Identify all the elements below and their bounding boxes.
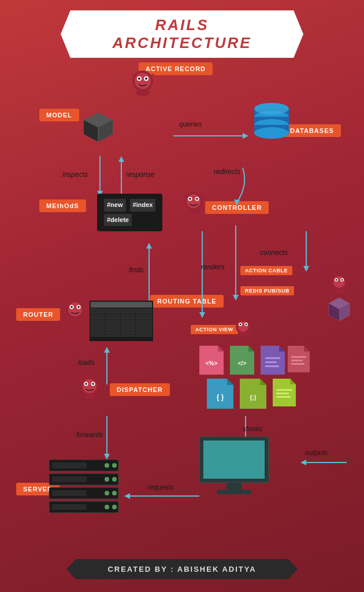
- svg-point-133: [92, 383, 94, 385]
- svg-point-36: [188, 209, 199, 214]
- svg-point-153: [105, 505, 109, 509]
- routing-table-grid: [90, 301, 153, 341]
- svg-text:<%>: <%>: [206, 360, 218, 367]
- forwards-annotation: forwards: [76, 431, 103, 439]
- svg-rect-117: [276, 389, 292, 391]
- svg-rect-69: [91, 332, 105, 336]
- shows-annotation: shows: [243, 425, 262, 433]
- scss-file-icon: {;}: [240, 379, 266, 409]
- svg-point-146: [112, 477, 117, 482]
- svg-rect-148: [52, 490, 87, 496]
- svg-rect-53: [91, 309, 105, 313]
- svg-point-131: [85, 383, 87, 385]
- svg-marker-25: [118, 156, 124, 162]
- svg-marker-136: [104, 347, 110, 353]
- svg-marker-108: [260, 379, 266, 385]
- svg-rect-57: [91, 314, 105, 319]
- inspects-arrow: [94, 156, 106, 197]
- config-file-icon: [261, 346, 285, 375]
- dispatcher-label: DISPATCHER: [110, 383, 170, 396]
- router-label: ROUTER: [16, 308, 60, 321]
- html-file-icon: </>: [230, 346, 254, 375]
- svg-marker-123: [300, 460, 306, 465]
- footer-text: CREATED BY : ABISHEK ADITYA: [95, 565, 269, 574]
- svg-marker-85: [199, 312, 205, 318]
- svg-point-91: [246, 324, 247, 325]
- outputs-annotation: outputs: [305, 449, 328, 457]
- svg-rect-58: [106, 314, 120, 319]
- svg-marker-116: [290, 379, 296, 384]
- svg-line-79: [65, 302, 68, 305]
- svg-point-78: [77, 306, 80, 308]
- svg-rect-152: [52, 504, 87, 510]
- requests-arrow: [124, 490, 199, 502]
- svg-rect-71: [121, 332, 135, 336]
- svg-rect-66: [106, 326, 120, 331]
- svg-point-129: [83, 379, 96, 393]
- svg-point-76: [70, 306, 73, 308]
- renders-annotation: renders: [201, 263, 225, 271]
- svg-marker-156: [124, 493, 130, 499]
- ruby-creature-router: [61, 298, 90, 327]
- svg-point-43: [336, 279, 337, 281]
- svg-rect-113: [291, 360, 303, 361]
- response-arrow: [116, 156, 127, 197]
- routing-table-label: ROUTING TABLE: [150, 295, 224, 308]
- server-icon: [46, 460, 121, 517]
- svg-point-74: [68, 302, 82, 316]
- svg-point-46: [334, 289, 344, 294]
- footer-banner: CREATED BY : ABISHEK ADITYA: [66, 559, 298, 579]
- svg-point-154: [112, 505, 117, 509]
- connects-annotation: connects: [260, 249, 288, 257]
- svg-text:{;}: {;}: [250, 394, 256, 401]
- svg-rect-65: [91, 326, 105, 331]
- svg-rect-114: [291, 363, 304, 365]
- action-cable-label: ACTION CABLE: [240, 266, 292, 275]
- svg-rect-70: [106, 332, 120, 336]
- svg-point-134: [84, 394, 95, 399]
- svg-rect-140: [52, 462, 87, 468]
- ruby-creature-active-record: [127, 68, 159, 100]
- svg-point-20: [254, 127, 289, 139]
- svg-rect-56: [136, 309, 152, 313]
- erb-file-icon: <%>: [199, 346, 224, 375]
- svg-rect-101: [265, 357, 280, 359]
- svg-rect-127: [217, 490, 251, 494]
- page-title: RAILS ARCHITECTURE: [90, 16, 274, 52]
- svg-marker-138: [104, 454, 110, 460]
- svg-rect-67: [121, 326, 135, 331]
- svg-point-1: [135, 73, 151, 89]
- svg-rect-118: [276, 393, 289, 394]
- svg-marker-83: [146, 243, 152, 249]
- svg-rect-59: [121, 314, 135, 319]
- svg-point-21: [254, 103, 289, 114]
- svg-rect-64: [136, 320, 152, 325]
- svg-rect-63: [121, 320, 135, 325]
- svg-rect-126: [226, 483, 242, 490]
- svg-point-8: [136, 89, 150, 96]
- queries-annotation: queries: [179, 120, 202, 128]
- svg-point-145: [105, 477, 109, 482]
- extra-file-icon: [288, 346, 310, 372]
- svg-rect-68: [136, 326, 152, 331]
- ruby-creature-action-view: [231, 317, 255, 341]
- svg-line-34: [183, 194, 186, 197]
- svg-point-142: [112, 463, 117, 468]
- methods-box: #new #index #delete: [97, 194, 162, 231]
- svg-marker-94: [218, 346, 224, 352]
- loads-arrow: [101, 347, 113, 384]
- svg-rect-119: [276, 396, 291, 398]
- controller-to-routing-arrow: [230, 225, 242, 301]
- svg-point-41: [333, 276, 345, 288]
- redis-pubsub-label: REDIS PUB/SUB: [240, 286, 294, 295]
- queries-arrow: [173, 130, 248, 142]
- svg-point-141: [105, 463, 109, 468]
- finds-annotation: finds: [129, 266, 143, 274]
- css-file-icon: { }: [207, 379, 233, 409]
- outputs-arrow: [300, 457, 347, 468]
- svg-marker-23: [243, 133, 248, 139]
- svg-marker-37: [234, 199, 240, 205]
- renders-arrow: [196, 231, 208, 318]
- requests-annotation: requests: [147, 483, 174, 491]
- svg-point-149: [105, 491, 109, 495]
